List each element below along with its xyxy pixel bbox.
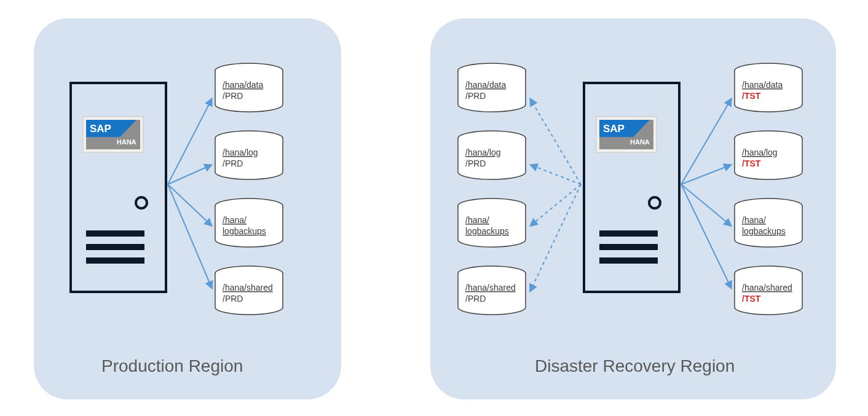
svg-rect-8 (86, 244, 144, 250)
svg-rect-7 (86, 230, 144, 237)
prod-cylinder-log: /hana/log /PRD (215, 131, 283, 179)
svg-text:SAP: SAP (603, 123, 625, 135)
production-region: Production Region SAP HANA (34, 18, 341, 399)
svg-text:/hana/data: /hana/data (465, 80, 506, 90)
cyl-label: /PRD (223, 294, 243, 304)
svg-text:/hana/log: /hana/log (742, 147, 778, 157)
dr-right-cylinder-logbackups: /hana/ logbackups (735, 198, 802, 247)
sap-hana-logo: SAP HANA (83, 117, 143, 152)
sap-logo-text: SAP (90, 123, 111, 135)
svg-rect-0 (34, 18, 341, 399)
prod-cylinder-shared: /hana/shared /PRD (215, 266, 283, 315)
dr-region: Disaster Recovery Region /hana/data /PRD… (430, 18, 836, 399)
svg-text:/hana/data: /hana/data (742, 80, 783, 90)
dr-right-cylinder-data: /hana/data /TST (735, 63, 802, 112)
svg-rect-9 (86, 257, 144, 264)
cyl-label: /hana/shared (223, 283, 273, 292)
svg-text:/hana/shared: /hana/shared (465, 283, 516, 292)
svg-text:HANA: HANA (630, 138, 650, 146)
svg-text:/PRD: /PRD (465, 159, 486, 168)
cyl-label: /PRD (223, 91, 243, 101)
svg-rect-44 (599, 244, 658, 250)
prod-cylinder-logbackups: /hana/ logbackups (215, 198, 283, 247)
svg-text:/TST: /TST (742, 91, 761, 101)
svg-text:logbackups: logbackups (465, 226, 509, 236)
dr-left-cylinder-shared: /hana/shared /PRD (458, 266, 526, 315)
dr-region-label: Disaster Recovery Region (535, 356, 735, 375)
sap-logo-sub: HANA (117, 138, 136, 146)
svg-rect-45 (599, 257, 658, 264)
svg-text:/TST: /TST (742, 159, 761, 168)
sap-hana-logo: SAP HANA (596, 117, 657, 152)
production-region-label: Production Region (101, 356, 243, 375)
cyl-label: /hana/log (223, 147, 258, 157)
svg-text:/hana/: /hana/ (742, 215, 766, 225)
dr-right-cylinder-log: /hana/log /TST (735, 131, 802, 179)
cyl-label: logbackups (223, 226, 266, 236)
dr-left-cylinder-data: /hana/data /PRD (458, 63, 526, 112)
svg-text:/PRD: /PRD (465, 294, 486, 304)
dr-left-cylinder-log: /hana/log /PRD (458, 131, 526, 179)
svg-text:/hana/: /hana/ (465, 215, 489, 225)
svg-text:/TST: /TST (742, 294, 761, 304)
cyl-label: /PRD (223, 159, 243, 168)
cyl-label: /hana/data (223, 80, 263, 90)
prod-cylinder-data: /hana/data /PRD (215, 63, 283, 112)
svg-rect-43 (599, 230, 658, 237)
svg-text:/hana/log: /hana/log (465, 147, 501, 157)
svg-text:/hana/shared: /hana/shared (742, 283, 792, 292)
cyl-label: /hana/ (223, 215, 247, 225)
dr-right-cylinder-shared: /hana/shared /TST (735, 266, 802, 315)
dr-left-cylinder-logbackups: /hana/ logbackups (458, 198, 526, 247)
svg-text:/PRD: /PRD (465, 91, 486, 101)
svg-text:logbackups: logbackups (742, 226, 786, 236)
